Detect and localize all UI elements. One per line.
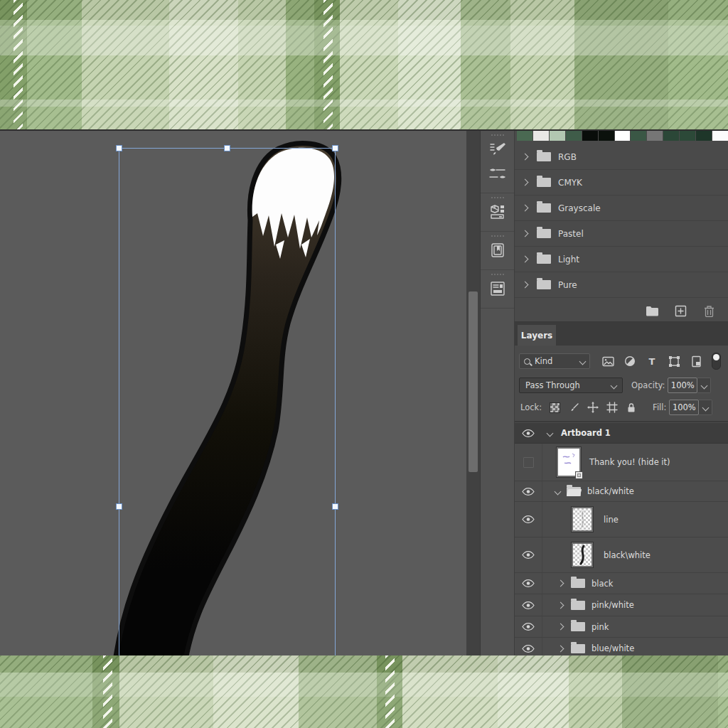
lock-artboard-icon[interactable]	[606, 402, 618, 413]
visibility-toggle[interactable]	[515, 573, 542, 594]
lock-transparency-icon[interactable]	[549, 402, 560, 413]
3d-panel-icon[interactable]	[486, 201, 510, 223]
new-group-folder-icon[interactable]	[644, 304, 660, 318]
layer-name: pink	[592, 622, 609, 632]
lock-paint-icon[interactable]	[568, 402, 579, 413]
layer-row-group-pink[interactable]: pink	[515, 616, 728, 638]
swatch-folder-rgb[interactable]: RGB	[515, 144, 728, 170]
selection-right-edge[interactable]	[335, 148, 336, 655]
eye-icon	[522, 488, 535, 496]
color-swatch[interactable]	[533, 131, 549, 141]
filter-toggle[interactable]	[712, 353, 721, 370]
layer-thumbnail[interactable]	[558, 449, 579, 476]
color-swatch[interactable]	[550, 131, 565, 141]
color-swatch[interactable]	[696, 131, 712, 141]
chevron-down-icon[interactable]	[547, 429, 554, 437]
layer-row-group-blackwhite[interactable]: black/white	[515, 481, 728, 502]
tab-layers[interactable]: Layers	[518, 325, 556, 346]
layer-thumbnail[interactable]	[573, 544, 592, 566]
filter-icon-group: T	[601, 353, 721, 370]
selection-handle-mid-left[interactable]	[116, 503, 122, 510]
notes-panel-icon[interactable]	[486, 278, 510, 299]
opacity-dropdown-chevron[interactable]	[697, 378, 711, 393]
smart-object-filter-icon[interactable]	[690, 355, 702, 368]
color-swatch[interactable]	[517, 131, 532, 141]
swatch-folder-grayscale[interactable]: Grayscale	[515, 196, 728, 221]
chevron-right-icon[interactable]	[557, 645, 564, 652]
fill-value-field[interactable]: 100%	[669, 400, 699, 415]
folder-icon	[537, 178, 551, 187]
color-swatch[interactable]	[599, 131, 614, 141]
canvas-scrollbar-thumb[interactable]	[469, 291, 478, 472]
color-swatch[interactable]	[615, 131, 631, 141]
chevron-right-icon	[522, 282, 529, 289]
adjustment-filter-icon[interactable]	[623, 355, 636, 368]
selection-handle-top-left[interactable]	[116, 145, 122, 151]
image-filter-icon[interactable]	[601, 355, 614, 368]
open-folder-icon	[567, 487, 581, 496]
color-swatch[interactable]	[712, 131, 728, 141]
layer-row-group-pinkwhite[interactable]: pink/white	[515, 594, 728, 616]
kind-filter-label: Kind	[535, 356, 580, 366]
dock-drag-handle[interactable]	[491, 274, 504, 275]
swatch-folder-pastel[interactable]: Pastel	[515, 221, 728, 247]
tail-artwork[interactable]	[0, 131, 466, 655]
layer-row-artboard[interactable]: Artboard 1	[515, 423, 728, 444]
dock-drag-handle[interactable]	[491, 134, 504, 136]
color-swatch[interactable]	[680, 131, 695, 141]
search-icon	[524, 358, 530, 365]
shape-filter-icon[interactable]	[668, 355, 680, 368]
chevron-right-icon[interactable]	[557, 580, 564, 587]
color-swatch[interactable]	[631, 131, 646, 141]
type-filter-icon[interactable]: T	[646, 355, 658, 368]
dock-drag-handle[interactable]	[491, 235, 504, 237]
brush-settings-panel-icon[interactable]	[486, 139, 510, 160]
delete-trash-icon[interactable]	[701, 304, 717, 318]
visibility-toggle[interactable]	[515, 423, 542, 443]
eye-icon	[522, 623, 535, 631]
color-swatch[interactable]	[582, 131, 598, 141]
color-swatch[interactable]	[647, 131, 663, 141]
selection-handle-top-right[interactable]	[332, 145, 338, 151]
swatch-folder-cmyk[interactable]: CMYK	[515, 170, 728, 196]
canvas-area[interactable]	[0, 131, 466, 655]
chevron-right-icon[interactable]	[557, 601, 564, 609]
chevron-right-icon	[522, 256, 529, 263]
visibility-toggle[interactable]	[515, 444, 542, 481]
blend-mode-select[interactable]: Pass Through	[519, 378, 623, 393]
dock-group	[481, 131, 514, 193]
kind-filter-dropdown[interactable]: Kind	[519, 353, 590, 369]
visibility-toggle[interactable]	[515, 481, 542, 501]
color-swatch[interactable]	[663, 131, 679, 141]
chevron-right-icon[interactable]	[557, 623, 564, 631]
visibility-toggle[interactable]	[515, 502, 542, 537]
swatch-folder-pure[interactable]: Pure	[515, 272, 728, 298]
visibility-toggle[interactable]	[515, 594, 542, 616]
folder-icon	[571, 622, 585, 631]
new-swatch-plus-icon[interactable]	[673, 304, 688, 318]
selection-handle-top-center[interactable]	[224, 145, 230, 151]
dock-drag-handle[interactable]	[491, 197, 504, 198]
layer-row-blackwhite[interactable]: black\white	[515, 537, 728, 573]
layer-name: Thank you! (hide it)	[589, 457, 670, 467]
selection-left-edge[interactable]	[119, 148, 119, 655]
color-swatch[interactable]	[566, 131, 582, 141]
visibility-toggle[interactable]	[515, 616, 542, 637]
layer-row-group-black[interactable]: black	[515, 573, 728, 594]
chevron-down-icon[interactable]	[555, 488, 562, 495]
swatch-folder-light[interactable]: Light	[515, 247, 728, 272]
layer-thumbnail[interactable]	[573, 508, 592, 530]
lock-move-icon[interactable]	[587, 402, 599, 413]
selection-handle-mid-right[interactable]	[332, 503, 338, 510]
layer-row-line[interactable]: line	[515, 502, 728, 537]
visibility-toggle[interactable]	[515, 537, 542, 572]
lock-all-icon[interactable]	[626, 402, 637, 413]
canvas-scrollbar[interactable]	[466, 131, 481, 655]
libraries-panel-icon[interactable]	[486, 240, 510, 261]
folder-label: RGB	[558, 152, 577, 162]
fill-dropdown-chevron[interactable]	[699, 400, 712, 415]
opacity-value-field[interactable]: 100%	[668, 378, 697, 393]
layer-row-smart-object[interactable]: Thank you! (hide it)	[515, 444, 728, 481]
brushes-panel-icon[interactable]	[486, 163, 510, 184]
folder-icon	[537, 152, 551, 161]
